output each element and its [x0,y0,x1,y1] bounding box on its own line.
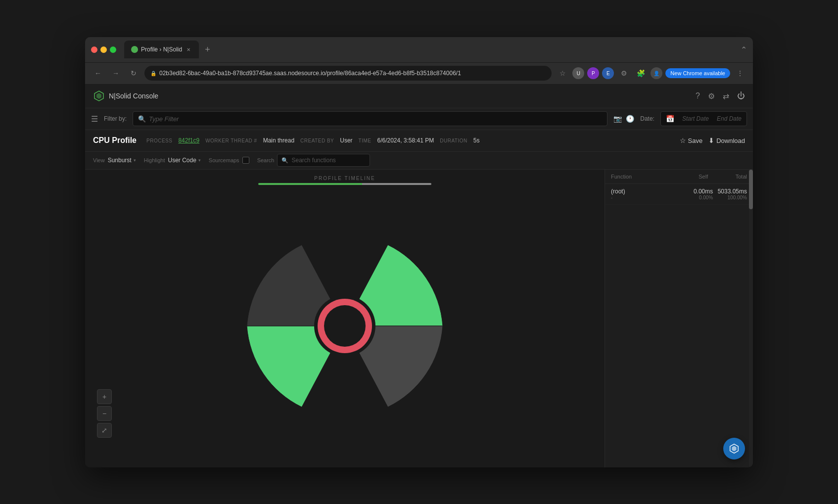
time-label: TIME [359,138,372,143]
sunburst-container[interactable]: + − ⤢ [85,185,605,467]
active-tab[interactable]: Profile › N|Solid ✕ [124,41,199,58]
zoom-out-button[interactable]: − [97,406,112,421]
branch-icon[interactable]: ⇄ [723,92,729,101]
nav-right-area: ☆ U P E ⚙ 🧩 👤 New Chrome available ⋮ [556,66,747,80]
filter-input-wrap: 🔍 [133,111,607,126]
date-range-input[interactable]: 📅 Start Date End Date [660,111,747,126]
chrome-update-badge[interactable]: New Chrome available [665,68,730,78]
app-logo: N|Solid Console [93,90,158,102]
table-row[interactable]: (root) - 0.00ms 0.00% 5033.05ms 100.00% [605,184,753,205]
view-controls: View Sunburst ▾ Highlight User Code ▾ So… [85,152,753,170]
reload-button[interactable]: ↻ [127,66,140,80]
help-icon[interactable]: ? [696,92,700,100]
total-pct: 100.00% [713,195,747,200]
tab-close-button[interactable]: ✕ [185,46,192,53]
duration-label: DURATION [440,138,467,143]
history-icon[interactable]: 🕐 [626,115,634,123]
right-panel: Function Self Total (root) - 0.00ms 0.00… [605,170,753,467]
save-button[interactable]: ☆ Save [680,137,703,144]
process-value[interactable]: 842f1c9 [178,137,199,144]
process-label: PROCESS [146,138,172,143]
browser-nav: ← → ↻ 🔒 02b3ed82-6bac-49a0-ba1b-878cd937… [85,63,753,85]
highlight-group: Highlight User Code ▾ [144,157,201,164]
settings-icon[interactable]: ⚙ [708,92,715,101]
function-sub: - [611,195,679,200]
profile-title: CPU Profile [93,136,137,145]
profile-actions: ☆ Save ⬇ Download [680,137,745,144]
end-date-placeholder: End Date [717,115,742,122]
back-button[interactable]: ← [91,66,105,80]
search-input[interactable] [291,157,366,164]
view-group: View Sunburst ▾ [93,157,136,164]
bookmark-button[interactable]: ☆ [556,66,569,80]
search-bar: 🔍 [277,154,370,167]
svg-marker-2 [96,93,101,99]
chat-button[interactable] [723,438,745,459]
search-group: Search 🔍 [257,154,371,167]
view-select[interactable]: Sunburst ▾ [108,157,136,164]
tab-bar: Profile › N|Solid ✕ + [124,41,214,58]
highlight-label: Highlight [144,157,165,163]
function-name: (root) [611,188,679,195]
chrome-menu-button[interactable]: ⋮ [733,66,747,80]
filter-search-icon: 🔍 [138,115,146,123]
browser-titlebar: Profile › N|Solid ✕ + ⌃ [85,37,753,63]
app-header: N|Solid Console ? ⚙ ⇄ ⏻ [85,85,753,108]
star-icon: ☆ [680,137,686,144]
forward-button[interactable]: → [109,66,123,80]
new-tab-button[interactable]: + [201,45,214,55]
download-label: Download [716,137,745,144]
download-button[interactable]: ⬇ Download [708,137,745,144]
puzzle-icon[interactable]: 🧩 [634,66,648,80]
avatar-icon[interactable]: 👤 [651,67,662,79]
zoom-in-button[interactable]: + [97,389,112,404]
close-window-button[interactable] [91,46,97,53]
hamburger-menu-icon[interactable]: ☰ [91,114,98,124]
duration-value: 5s [473,137,480,144]
total-cell: 5033.05ms 100.00% [713,188,747,200]
minimize-window-button[interactable] [100,46,107,53]
filter-bar: ☰ Filter by: 🔍 📷 🕐 Date: 📅 Start Date En… [85,108,753,130]
profile-icon-1[interactable]: U [572,67,584,79]
address-bar[interactable]: 🔒 02b3ed82-6bac-49a0-ba1b-878cd93745ae.s… [144,66,552,81]
extensions-icon[interactable]: ⚙ [617,66,631,80]
created-label: CREATED BY [300,138,334,143]
profile-icon-3[interactable]: E [602,67,614,79]
sourcemaps-checkbox[interactable] [242,157,249,164]
zoom-controls: + − ⤢ [97,389,112,438]
view-label: View [93,157,105,163]
profile-meta: PROCESS 842f1c9 WORKER THREAD # Main thr… [146,137,680,144]
profile-icon-2[interactable]: P [587,67,599,79]
created-value: User [340,137,352,144]
maximize-window-button[interactable] [110,46,116,53]
lock-icon: 🔒 [150,71,156,76]
total-col-header: Total [718,174,747,180]
search-icon: 🔍 [281,157,288,164]
app-content: N|Solid Console ? ⚙ ⇄ ⏻ ☰ Filter by: 🔍 📷… [85,85,753,467]
function-col-header: Function [611,174,669,180]
total-value: 5033.05ms [713,188,747,195]
tab-title: Profile › N|Solid [141,46,182,53]
sunburst-chart[interactable] [241,222,449,430]
nsolid-logo-icon [93,90,105,102]
function-cell: (root) - [611,188,679,200]
power-icon[interactable]: ⏻ [737,92,745,100]
zoom-reset-button[interactable]: ⤢ [97,423,112,438]
profile-viz: PROFILE TIMELINE [85,170,605,467]
profile-header: CPU Profile PROCESS 842f1c9 WORKER THREA… [85,130,753,152]
sourcemaps-group: Sourcemaps [209,157,249,164]
scrollbar-track[interactable] [749,170,753,467]
app-title: N|Solid Console [109,92,158,100]
filter-input[interactable] [149,115,602,123]
scrollbar-thumb[interactable] [749,170,753,209]
main-area: PROFILE TIMELINE [85,170,753,467]
filter-label: Filter by: [104,115,127,122]
camera-icon[interactable]: 📷 [613,115,622,123]
svg-point-7 [324,305,366,347]
search-label: Search [257,157,275,163]
highlight-select[interactable]: User Code ▾ [168,157,201,164]
chat-icon [729,443,740,454]
worker-value: Main thread [263,137,294,144]
start-date-placeholder: Start Date [682,115,709,122]
svg-marker-0 [132,47,137,52]
